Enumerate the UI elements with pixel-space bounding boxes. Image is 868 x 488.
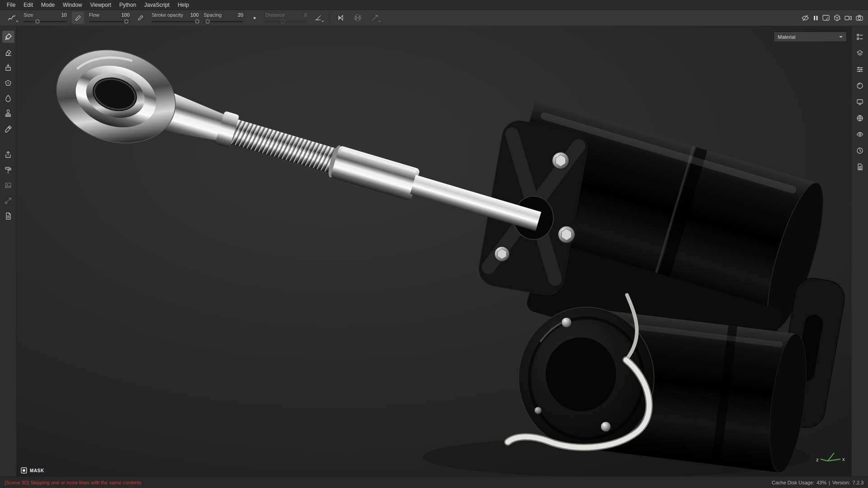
camera-projection-button[interactable] <box>844 14 852 22</box>
toolbar-separator <box>329 14 330 23</box>
flow-value[interactable]: 100 <box>121 12 130 18</box>
polygon-fill-tool[interactable] <box>2 77 14 89</box>
paint-brush-tool[interactable] <box>2 31 14 43</box>
size-value[interactable]: 10 <box>61 12 67 18</box>
panel-viewer-settings[interactable] <box>854 129 865 140</box>
spacing-value[interactable]: 20 <box>238 12 243 18</box>
flow-pencil-button[interactable] <box>72 12 84 24</box>
menu-mode[interactable]: Mode <box>37 1 59 9</box>
menu-bar: File Edit Mode Window Viewport Python Ja… <box>0 0 868 10</box>
viewport-mode-dropdown[interactable]: Material <box>774 32 847 42</box>
menu-python[interactable]: Python <box>115 1 140 9</box>
export-icon <box>4 151 12 159</box>
texture-set-list-icon <box>856 33 863 41</box>
notes-button[interactable] <box>2 210 14 222</box>
symmetry-button[interactable] <box>334 12 347 24</box>
spacing-label: Spacing <box>204 12 222 18</box>
smudge-tool[interactable] <box>2 92 14 104</box>
opacity-pencil-icon <box>137 14 144 21</box>
menu-viewport[interactable]: Viewport <box>86 1 115 9</box>
status-separator: | <box>829 480 830 485</box>
3d-viewport[interactable]: Material MASK z x <box>17 26 851 476</box>
menu-javascript[interactable]: JavaScript <box>140 1 174 9</box>
flow-slider[interactable] <box>89 19 130 23</box>
menu-window[interactable]: Window <box>59 1 86 9</box>
eye-slash-button[interactable] <box>801 14 809 22</box>
panel-environment-settings[interactable] <box>854 113 865 124</box>
eraser-tool[interactable] <box>2 46 14 58</box>
version-value: 7.2.3 <box>853 480 863 485</box>
tools-sidebar <box>0 26 17 476</box>
axis-gizmo: z x <box>814 447 847 465</box>
material-picker-tool[interactable] <box>2 123 14 135</box>
hex-bolt <box>494 246 510 262</box>
actuator-3d-model <box>17 26 851 476</box>
image-button[interactable] <box>2 179 14 191</box>
size-parameter: Size 10 <box>23 12 67 23</box>
paint-roller-icon <box>4 166 12 174</box>
cache-disk-usage-label: Cache Disk Usage: <box>772 480 814 485</box>
paint-brush-icon <box>4 33 12 41</box>
gizmo-x-label: x <box>842 456 845 462</box>
lazy-mouse-button[interactable] <box>369 12 381 24</box>
distance-dot-button[interactable] <box>248 12 260 24</box>
hex-bolt <box>558 226 575 243</box>
flow-parameter: Flow 100 <box>89 12 130 23</box>
menu-file[interactable]: File <box>3 1 19 9</box>
stroke-opacity-value[interactable]: 100 <box>190 12 199 18</box>
radial-symmetry-button[interactable] <box>352 12 364 24</box>
perspective-button[interactable] <box>833 14 841 22</box>
main-content: Material MASK z x <box>0 26 868 476</box>
viewport-layout-button[interactable] <box>822 14 830 22</box>
panel-history[interactable] <box>854 145 865 156</box>
version-label: Version: <box>832 480 850 485</box>
panel-texture-set-settings[interactable] <box>854 64 865 75</box>
chevron-down-icon <box>839 36 843 40</box>
screenshot-button[interactable] <box>855 14 863 22</box>
clone-tool[interactable] <box>2 107 14 120</box>
menu-edit[interactable]: Edit <box>19 1 37 9</box>
screenshot-camera-icon <box>855 14 863 22</box>
symmetry-icon <box>337 14 344 22</box>
falloff-curve-icon <box>314 14 322 22</box>
sliders-icon <box>856 66 863 73</box>
opacity-pencil-button[interactable] <box>135 12 147 24</box>
cache-disk-usage-value: 43% <box>817 480 826 485</box>
panel-log[interactable] <box>854 161 865 172</box>
flow-label: Flow <box>89 12 99 18</box>
projection-tool[interactable] <box>2 61 14 74</box>
stroke-opacity-parameter: Stroke opacity 100 <box>152 12 199 23</box>
note-icon <box>4 212 12 220</box>
panel-layers[interactable] <box>854 48 865 59</box>
distance-dot-icon <box>251 15 258 21</box>
paint-roller-button[interactable] <box>2 164 14 176</box>
mask-label: MASK <box>30 468 44 473</box>
globe-icon <box>856 115 863 122</box>
radial-symmetry-icon <box>354 14 362 22</box>
mask-icon <box>21 467 27 474</box>
panel-shader-settings[interactable] <box>854 80 865 91</box>
expand-arrows-icon <box>4 197 12 205</box>
export-button[interactable] <box>2 148 14 161</box>
smudge-icon <box>4 94 12 102</box>
falloff-button[interactable] <box>312 12 324 24</box>
lazy-mouse-icon <box>371 14 379 22</box>
size-slider[interactable] <box>23 19 67 23</box>
pause-engine-button[interactable] <box>812 15 819 21</box>
distance-slider <box>265 19 307 23</box>
brush-stroke-preview[interactable] <box>6 12 19 24</box>
size-label: Size <box>23 12 33 18</box>
stroke-opacity-slider[interactable] <box>152 19 199 23</box>
hex-bolt <box>552 152 569 169</box>
eraser-icon <box>4 48 12 56</box>
viewport-layout-icon <box>822 14 830 22</box>
panel-display-settings[interactable] <box>854 97 865 107</box>
camera-projection-icon <box>844 14 852 22</box>
transform-button[interactable] <box>2 194 14 207</box>
menu-help[interactable]: Help <box>174 1 193 9</box>
status-message: [Scene 3D] Skipping one or more lines wi… <box>5 480 141 485</box>
panel-texture-set-list[interactable] <box>854 32 865 42</box>
mask-indicator: MASK <box>21 467 44 474</box>
spacing-slider[interactable] <box>204 19 243 23</box>
panels-sidebar <box>851 26 868 476</box>
